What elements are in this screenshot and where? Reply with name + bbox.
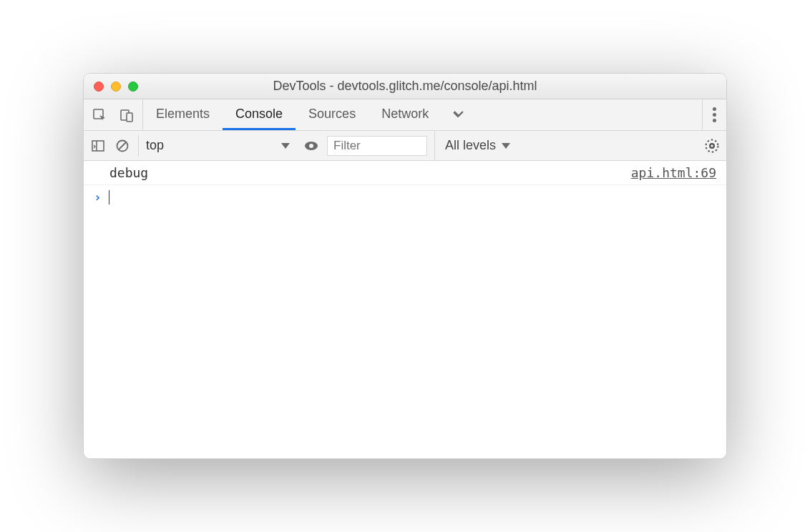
prompt-caret-icon: › (94, 189, 102, 205)
svg-rect-2 (127, 113, 132, 122)
console-toolbar: top All levels (84, 131, 726, 161)
chevron-down-icon (502, 143, 510, 149)
tab-label: Elements (156, 107, 210, 122)
settings-menu-button[interactable] (713, 107, 716, 122)
tab-sources[interactable]: Sources (296, 99, 369, 130)
zoom-window-button[interactable] (128, 82, 138, 92)
tab-label: Sources (308, 107, 356, 122)
tab-label: Console (235, 107, 283, 122)
close-window-button[interactable] (94, 82, 104, 92)
tab-label: Network (381, 107, 429, 122)
console-prompt[interactable]: › (84, 185, 726, 209)
svg-point-8 (309, 144, 313, 148)
live-expression-icon[interactable] (303, 137, 320, 154)
log-level-selector[interactable]: All levels (434, 131, 510, 160)
svg-line-6 (119, 142, 126, 149)
devtools-window: DevTools - devtools.glitch.me/console/ap… (83, 73, 727, 459)
log-source-link[interactable]: api.html:69 (631, 165, 716, 180)
text-cursor (109, 190, 109, 205)
panel-tabs: Elements Console Sources Network (143, 99, 441, 130)
tab-console[interactable]: Console (223, 99, 296, 130)
titlebar: DevTools - devtools.glitch.me/console/ap… (84, 74, 726, 99)
panel-tabs-bar: Elements Console Sources Network (84, 99, 726, 131)
filter-input[interactable] (327, 136, 427, 156)
toggle-console-sidebar-icon[interactable] (89, 137, 107, 154)
tab-network[interactable]: Network (369, 99, 441, 130)
log-message: debug (109, 165, 148, 180)
console-settings-icon[interactable] (703, 137, 721, 154)
toggle-device-toolbar-icon[interactable] (118, 107, 135, 124)
log-entry: debug api.html:69 (84, 161, 726, 185)
clear-console-icon[interactable] (114, 137, 131, 154)
window-controls (94, 82, 138, 92)
inspect-element-icon[interactable] (91, 107, 108, 124)
tab-elements[interactable]: Elements (143, 99, 223, 130)
execution-context-selector[interactable]: top (138, 135, 296, 157)
levels-label: All levels (445, 138, 496, 153)
window-title: DevTools - devtools.glitch.me/console/ap… (84, 79, 726, 94)
chevron-down-icon (281, 143, 290, 149)
minimize-window-button[interactable] (111, 82, 121, 92)
context-label: top (146, 138, 164, 153)
console-output: debug api.html:69 › (84, 161, 726, 458)
more-tabs-button[interactable] (441, 99, 474, 130)
